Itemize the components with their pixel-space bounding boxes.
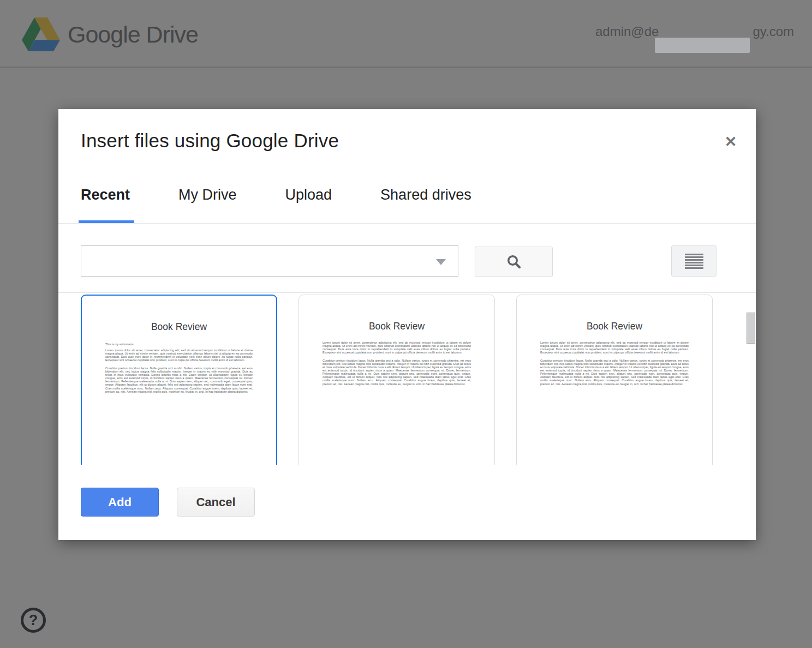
list-view-button[interactable] xyxy=(671,245,717,277)
search-icon xyxy=(506,254,522,270)
close-icon[interactable]: ✕ xyxy=(721,132,741,152)
file-card-book-review[interactable]: Book Review Lorem ipsum dolor sit amet, … xyxy=(516,295,713,465)
tab-shared-drives[interactable]: Shared drives xyxy=(380,177,471,223)
list-view-icon xyxy=(685,254,703,269)
doc-preview: Book Review Lorem ipsum dolor sit amet, … xyxy=(299,321,494,465)
tab-upload[interactable]: Upload xyxy=(285,177,332,223)
file-card-template[interactable]: Book Review Lorem ipsum dolor sit amet, … xyxy=(298,295,495,465)
dropdown-caret-icon xyxy=(436,259,446,265)
doc-preview: Book Review This is my submission Lorem … xyxy=(82,321,276,465)
scrollbar-thumb[interactable] xyxy=(747,313,755,344)
cancel-button[interactable]: Cancel xyxy=(177,488,255,517)
search-button[interactable] xyxy=(475,247,553,277)
insert-files-dialog: Insert files using Google Drive ✕ Recent… xyxy=(58,109,756,540)
dialog-title: Insert files using Google Drive xyxy=(81,130,339,152)
tab-recent[interactable]: Recent xyxy=(81,177,130,223)
email-redaction-box xyxy=(655,38,750,53)
tab-my-drive[interactable]: My Drive xyxy=(178,177,237,223)
tab-bar: Recent My Drive Upload Shared drives xyxy=(81,177,733,223)
doc-preview: Book Review Lorem ipsum dolor sit amet, … xyxy=(517,321,712,465)
search-toolbar xyxy=(58,224,756,293)
search-input[interactable] xyxy=(81,245,458,277)
file-grid: Book Review This is my submission Lorem … xyxy=(58,293,756,465)
add-button[interactable]: Add xyxy=(81,488,159,517)
dialog-footer: Add Cancel xyxy=(58,465,756,540)
file-card-student-04[interactable]: Book Review This is my submission Lorem … xyxy=(81,295,277,465)
